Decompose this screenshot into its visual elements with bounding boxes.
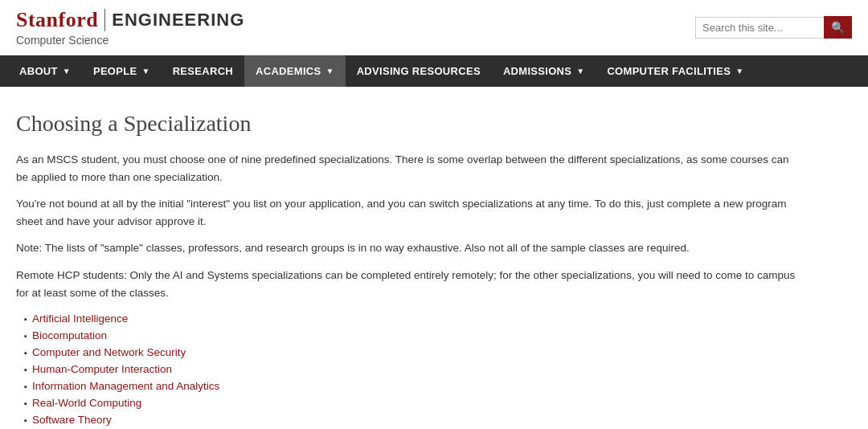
nav-item-computer-facilities[interactable]: COMPUTER FACILITIES ▼	[596, 55, 755, 87]
main-content: Choosing a Specialization As an MSCS stu…	[0, 87, 868, 429]
link-artificial-intelligence[interactable]: Artificial Intelligence	[32, 313, 128, 325]
dept-label: Computer Science	[16, 34, 244, 47]
engineering-wordmark[interactable]: ENGINEERING	[112, 10, 244, 31]
search-area: 🔍	[695, 16, 852, 39]
nav-label-academics: ACADEMICS	[256, 65, 321, 77]
nav-arrow-computer-facilities: ▼	[735, 67, 743, 76]
list-item-biocomputation: Biocomputation	[24, 329, 852, 341]
nav-item-about[interactable]: ABOUT ▼	[8, 55, 82, 87]
list-item-ai: Artificial Intelligence	[24, 313, 852, 325]
link-information-management-analytics[interactable]: Information Management and Analytics	[32, 380, 219, 392]
paragraph-3: Note: The lists of "sample" classes, pro…	[16, 239, 804, 257]
nav-label-research: RESEARCH	[173, 65, 233, 77]
list-item-security: Computer and Network Security	[24, 346, 852, 358]
search-button[interactable]: 🔍	[824, 16, 852, 39]
nav-item-academics[interactable]: ACADEMICS ▼	[244, 55, 346, 87]
specialization-links-list: Artificial Intelligence Biocomputation C…	[16, 313, 852, 429]
nav-arrow-academics: ▼	[326, 67, 334, 76]
logo-area: Stanford ENGINEERING Computer Science	[16, 8, 244, 47]
link-human-computer-interaction[interactable]: Human-Computer Interaction	[32, 363, 172, 375]
list-item-software-theory: Software Theory	[24, 414, 852, 426]
nav-label-computer-facilities: COMPUTER FACILITIES	[607, 65, 731, 77]
link-computer-network-security[interactable]: Computer and Network Security	[32, 346, 186, 358]
nav-arrow-about: ▼	[63, 67, 71, 76]
list-item-hci: Human-Computer Interaction	[24, 363, 852, 375]
nav-item-advising[interactable]: ADVISING RESOURCES	[346, 55, 492, 87]
main-nav: ABOUT ▼ PEOPLE ▼ RESEARCH ACADEMICS ▼ AD…	[0, 55, 868, 87]
nav-item-admissions[interactable]: ADMISSIONS ▼	[492, 55, 596, 87]
stanford-wordmark[interactable]: Stanford	[16, 8, 98, 32]
paragraph-4: Remote HCP students: Only the AI and Sys…	[16, 267, 804, 301]
logo-divider	[104, 9, 105, 31]
link-software-theory[interactable]: Software Theory	[32, 414, 112, 426]
link-real-world-computing[interactable]: Real-World Computing	[32, 397, 141, 409]
search-input[interactable]	[695, 17, 824, 39]
paragraph-2: You're not bound at all by the initial "…	[16, 195, 804, 230]
link-biocomputation[interactable]: Biocomputation	[32, 329, 107, 341]
list-item-ima: Information Management and Analytics	[24, 380, 852, 392]
nav-arrow-admissions: ▼	[576, 67, 584, 76]
nav-label-people: PEOPLE	[93, 65, 137, 77]
page-title: Choosing a Specialization	[16, 111, 852, 137]
nav-label-about: ABOUT	[19, 65, 58, 77]
paragraph-1: As an MSCS student, you must choose one …	[16, 151, 804, 186]
site-header: Stanford ENGINEERING Computer Science 🔍	[0, 0, 868, 55]
nav-item-research[interactable]: RESEARCH	[162, 55, 244, 87]
nav-label-advising: ADVISING RESOURCES	[357, 65, 481, 77]
nav-item-people[interactable]: PEOPLE ▼	[82, 55, 162, 87]
list-item-rwc: Real-World Computing	[24, 397, 852, 409]
logo-line: Stanford ENGINEERING	[16, 8, 244, 32]
nav-label-admissions: ADMISSIONS	[503, 65, 571, 77]
nav-arrow-people: ▼	[141, 67, 149, 76]
